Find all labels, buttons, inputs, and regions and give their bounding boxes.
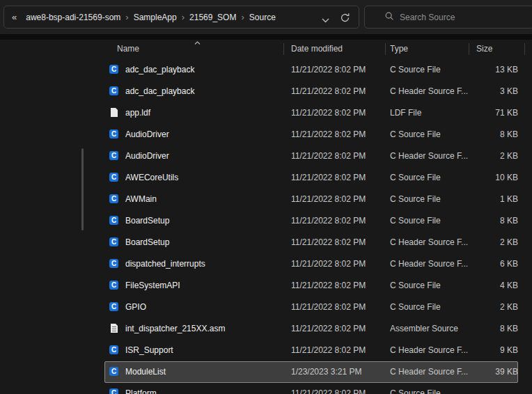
c-source-icon <box>109 237 120 248</box>
file-row[interactable]: BoardSetup 11/21/2022 8:02 PM C Source F… <box>104 210 518 232</box>
breadcrumb-item-label: 21569_SOM <box>189 13 236 22</box>
column-header-date-modified[interactable]: Date modified <box>291 40 343 58</box>
file-row[interactable]: int_dispatcher_215XX.asm 11/21/2022 8:02… <box>104 318 518 340</box>
file-date-modified: 11/21/2022 8:02 PM <box>291 81 387 102</box>
search-input[interactable] <box>400 13 532 22</box>
c-source-icon <box>109 301 120 313</box>
file-size: 10 KB <box>448 167 518 189</box>
file-size: 13 KB <box>448 59 518 81</box>
column-divider[interactable] <box>469 43 469 55</box>
file-row[interactable]: app.ldf 11/21/2022 8:02 PM LDF File 71 K… <box>104 102 518 124</box>
refresh-icon[interactable] <box>340 13 350 25</box>
address-dropdown-chevron-icon[interactable] <box>322 15 329 25</box>
file-name: BoardSetup <box>125 232 285 253</box>
file-date-modified: 11/21/2022 8:02 PM <box>291 253 387 275</box>
file-name: FileSystemAPI <box>125 275 285 297</box>
file-row[interactable]: adc_dac_playback 11/21/2022 8:02 PM C So… <box>104 59 518 81</box>
file-name: AWMain <box>125 189 285 210</box>
file-name: GPIO <box>125 297 285 318</box>
file-name: app.ldf <box>125 102 285 124</box>
file-size: 9 KB <box>448 340 518 361</box>
file-row[interactable]: dispatched_interrupts 11/21/2022 8:02 PM… <box>104 253 518 275</box>
file-name: ModuleList <box>125 361 285 383</box>
file-date-modified: 11/21/2022 8:02 PM <box>291 318 387 340</box>
file-size: 71 KB <box>448 102 518 124</box>
c-source-icon <box>109 215 120 226</box>
file-size: 8 KB <box>448 124 518 145</box>
column-divider[interactable] <box>385 43 386 55</box>
file-size <box>448 383 518 394</box>
file-date-modified: 11/21/2022 8:02 PM <box>291 59 387 81</box>
file-row[interactable]: Platform 11/21/2022 8:02 PM C Source Fil… <box>104 383 518 394</box>
column-header-size[interactable]: Size <box>476 40 492 58</box>
column-divider[interactable] <box>283 43 284 55</box>
c-source-icon <box>109 150 120 161</box>
file-date-modified: 11/21/2022 8:02 PM <box>291 124 387 145</box>
file-size: 2 KB <box>448 232 518 253</box>
file-name: adc_dac_playback <box>125 59 285 81</box>
breadcrumb: awe8-bsp-adi-21569-som› SampleApp› 21569… <box>22 12 359 22</box>
file-row[interactable]: AudioDriver 11/21/2022 8:02 PM C Header … <box>104 145 518 167</box>
breadcrumb-item[interactable]: SampleApp <box>130 13 180 22</box>
sort-ascending-icon <box>194 38 201 47</box>
address-bar[interactable]: « awe8-bsp-adi-21569-som› SampleApp› 215… <box>3 6 359 29</box>
file-list: adc_dac_playback 11/21/2022 8:02 PM C So… <box>104 59 518 394</box>
c-source-icon <box>109 172 120 183</box>
c-source-icon <box>109 129 120 140</box>
file-name: dispatched_interrupts <box>125 253 285 275</box>
file-name: BoardSetup <box>125 210 285 232</box>
file-size: 2 KB <box>448 145 518 167</box>
file-name: Platform <box>125 383 285 394</box>
search-icon <box>384 11 394 23</box>
file-row[interactable]: FileSystemAPI 11/21/2022 8:02 PM C Sourc… <box>104 275 518 297</box>
file-row[interactable]: AudioDriver 11/21/2022 8:02 PM C Source … <box>104 124 518 145</box>
file-date-modified: 11/21/2022 8:02 PM <box>291 232 387 253</box>
breadcrumb-item-label: awe8-bsp-adi-21569-som <box>26 13 120 22</box>
file-date-modified: 11/21/2022 8:02 PM <box>291 167 387 189</box>
file-name: ISR_Support <box>125 340 285 361</box>
nav-pane-scrollbar-thumb[interactable] <box>81 148 84 230</box>
file-size: 1 KB <box>448 189 518 210</box>
c-source-icon <box>109 194 120 205</box>
breadcrumb-item[interactable]: 21569_SOM <box>186 13 240 22</box>
column-header-name[interactable]: Name <box>117 40 139 58</box>
breadcrumb-separator-icon: › <box>180 12 186 22</box>
breadcrumb-separator-icon: › <box>124 12 130 22</box>
c-source-icon <box>109 280 120 291</box>
file-size: 2 KB <box>448 297 518 318</box>
breadcrumb-overflow-button[interactable]: « <box>4 12 22 22</box>
file-name: adc_dac_playback <box>125 81 285 102</box>
file-size: 8 KB <box>448 210 518 232</box>
file-row[interactable]: BoardSetup 11/21/2022 8:02 PM C Header S… <box>104 232 518 253</box>
breadcrumb-separator-icon: › <box>240 12 245 22</box>
column-divider[interactable] <box>524 43 525 55</box>
file-name: AudioDriver <box>125 124 285 145</box>
c-source-icon <box>109 388 120 394</box>
file-row[interactable]: adc_dac_playback 11/21/2022 8:02 PM C He… <box>104 81 518 102</box>
file-row[interactable]: AWECoreUtils 11/21/2022 8:02 PM C Source… <box>104 167 518 189</box>
breadcrumb-item-label: Source <box>249 13 276 22</box>
file-date-modified: 11/21/2022 8:02 PM <box>291 297 387 318</box>
toolbar-separator-band <box>0 34 532 40</box>
breadcrumb-item[interactable]: Source <box>246 13 279 22</box>
column-headers: Name Date modified Type Size <box>0 40 532 58</box>
search-box <box>364 6 532 29</box>
breadcrumb-item[interactable]: awe8-bsp-adi-21569-som <box>22 13 124 22</box>
file-row[interactable]: AWMain 11/21/2022 8:02 PM C Source File … <box>104 189 518 210</box>
file-size: 3 KB <box>448 81 518 102</box>
file-row[interactable]: ISR_Support 11/21/2022 8:02 PM C Header … <box>104 340 518 361</box>
c-source-icon <box>109 86 120 97</box>
column-header-type[interactable]: Type <box>390 40 408 58</box>
file-row[interactable]: GPIO 11/21/2022 8:02 PM C Source File 2 … <box>104 297 518 318</box>
file-date-modified: 11/21/2022 8:02 PM <box>291 210 387 232</box>
file-size: 8 KB <box>448 318 518 340</box>
file-row[interactable]: ModuleList 1/23/2023 3:21 PM C Header So… <box>104 361 518 383</box>
file-date-modified: 11/21/2022 8:02 PM <box>291 145 387 167</box>
file-date-modified: 11/21/2022 8:02 PM <box>291 102 387 124</box>
file-date-modified: 11/21/2022 8:02 PM <box>291 189 387 210</box>
assembler-icon <box>109 323 120 334</box>
c-source-icon <box>109 345 120 356</box>
address-toolbar: « awe8-bsp-adi-21569-som› SampleApp› 215… <box>0 0 532 34</box>
file-size: 4 KB <box>448 275 518 297</box>
file-date-modified: 11/21/2022 8:02 PM <box>291 340 387 361</box>
